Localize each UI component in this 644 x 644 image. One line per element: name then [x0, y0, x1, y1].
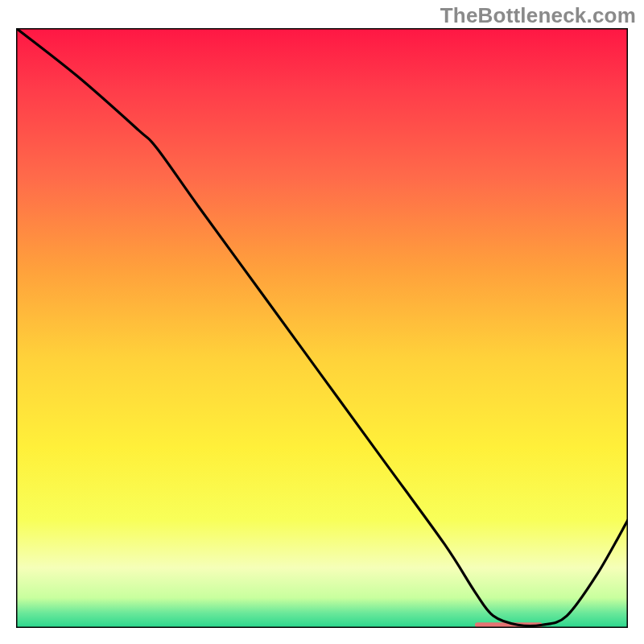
chart-stage: TheBottleneck.com — [0, 0, 644, 644]
chart-svg — [16, 28, 628, 628]
gradient-background — [16, 28, 628, 628]
plot-area — [16, 28, 628, 628]
watermark-text: TheBottleneck.com — [440, 3, 636, 28]
